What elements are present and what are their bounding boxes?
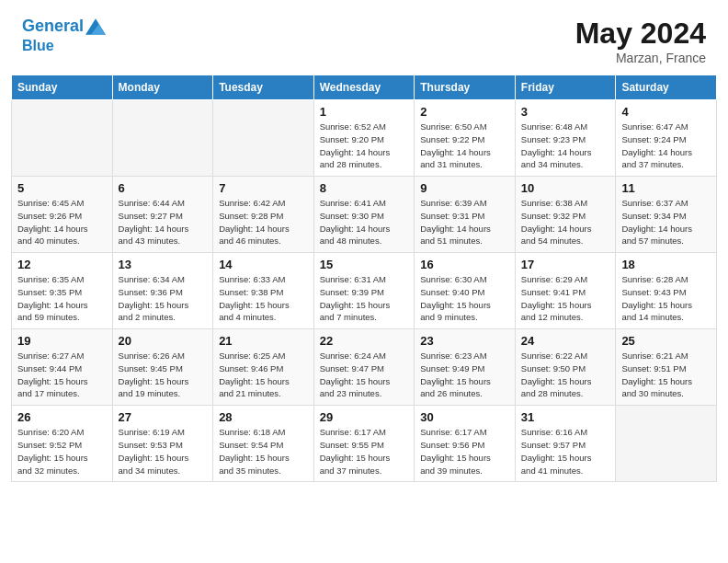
day-number: 24 <box>521 334 610 348</box>
calendar-body: 1Sunrise: 6:52 AM Sunset: 9:20 PM Daylig… <box>12 100 717 482</box>
day-info: Sunrise: 6:39 AM Sunset: 9:31 PM Dayligh… <box>420 197 509 247</box>
day-cell: 21Sunrise: 6:25 AM Sunset: 9:46 PM Dayli… <box>213 329 314 406</box>
day-info: Sunrise: 6:29 AM Sunset: 9:41 PM Dayligh… <box>521 273 610 324</box>
day-number: 27 <box>119 410 208 424</box>
day-cell: 12Sunrise: 6:35 AM Sunset: 9:35 PM Dayli… <box>12 253 113 329</box>
day-info: Sunrise: 6:27 AM Sunset: 9:44 PM Dayligh… <box>17 350 107 400</box>
day-number: 16 <box>420 258 509 271</box>
day-info: Sunrise: 6:28 AM Sunset: 9:43 PM Dayligh… <box>621 273 711 324</box>
day-number: 29 <box>320 410 409 424</box>
day-info: Sunrise: 6:23 AM Sunset: 9:49 PM Dayligh… <box>420 350 509 400</box>
day-info: Sunrise: 6:41 AM Sunset: 9:30 PM Dayligh… <box>320 197 409 247</box>
day-cell <box>112 100 213 177</box>
day-number: 23 <box>420 334 509 348</box>
day-number: 13 <box>119 258 208 271</box>
day-number: 20 <box>119 334 208 348</box>
day-info: Sunrise: 6:44 AM Sunset: 9:27 PM Dayligh… <box>119 197 208 247</box>
day-number: 21 <box>219 334 308 348</box>
day-info: Sunrise: 6:17 AM Sunset: 9:55 PM Dayligh… <box>320 426 409 477</box>
logo-icon <box>85 17 106 37</box>
day-cell: 7Sunrise: 6:42 AM Sunset: 9:28 PM Daylig… <box>213 177 314 253</box>
day-cell: 19Sunrise: 6:27 AM Sunset: 9:44 PM Dayli… <box>12 329 113 406</box>
day-cell: 6Sunrise: 6:44 AM Sunset: 9:27 PM Daylig… <box>112 177 213 253</box>
day-number: 26 <box>17 410 107 424</box>
day-cell: 28Sunrise: 6:18 AM Sunset: 9:54 PM Dayli… <box>213 406 314 482</box>
day-number: 11 <box>621 181 711 195</box>
calendar-table: SundayMondayTuesdayWednesdayThursdayFrid… <box>11 75 717 482</box>
day-number: 31 <box>521 410 610 424</box>
day-number: 17 <box>521 258 610 271</box>
week-row-3: 12Sunrise: 6:35 AM Sunset: 9:35 PM Dayli… <box>12 253 717 329</box>
day-info: Sunrise: 6:52 AM Sunset: 9:20 PM Dayligh… <box>320 121 409 171</box>
week-row-5: 26Sunrise: 6:20 AM Sunset: 9:52 PM Dayli… <box>12 406 717 482</box>
day-number: 12 <box>17 258 107 271</box>
week-row-1: 1Sunrise: 6:52 AM Sunset: 9:20 PM Daylig… <box>12 100 717 177</box>
day-number: 18 <box>621 258 711 271</box>
day-header-monday: Monday <box>112 75 213 100</box>
day-info: Sunrise: 6:37 AM Sunset: 9:34 PM Dayligh… <box>621 197 711 247</box>
day-number: 2 <box>420 105 509 119</box>
day-number: 22 <box>320 334 409 348</box>
title-block: May 2024 Marzan, France <box>575 17 706 65</box>
logo-blue: Blue <box>22 37 106 54</box>
day-info: Sunrise: 6:26 AM Sunset: 9:45 PM Dayligh… <box>119 350 208 400</box>
week-row-4: 19Sunrise: 6:27 AM Sunset: 9:44 PM Dayli… <box>12 329 717 406</box>
day-info: Sunrise: 6:20 AM Sunset: 9:52 PM Dayligh… <box>17 426 107 477</box>
day-cell: 10Sunrise: 6:38 AM Sunset: 9:32 PM Dayli… <box>515 177 616 253</box>
day-number: 3 <box>521 105 610 119</box>
day-cell: 20Sunrise: 6:26 AM Sunset: 9:45 PM Dayli… <box>112 329 213 406</box>
day-header-thursday: Thursday <box>415 75 516 100</box>
day-cell: 11Sunrise: 6:37 AM Sunset: 9:34 PM Dayli… <box>616 177 717 253</box>
day-cell: 26Sunrise: 6:20 AM Sunset: 9:52 PM Dayli… <box>12 406 113 482</box>
day-number: 9 <box>420 181 509 195</box>
day-info: Sunrise: 6:16 AM Sunset: 9:57 PM Dayligh… <box>521 426 610 477</box>
day-number: 7 <box>219 181 308 195</box>
day-number: 5 <box>17 181 107 195</box>
day-cell: 17Sunrise: 6:29 AM Sunset: 9:41 PM Dayli… <box>515 253 616 329</box>
day-header-saturday: Saturday <box>616 75 717 100</box>
day-cell: 24Sunrise: 6:22 AM Sunset: 9:50 PM Dayli… <box>515 329 616 406</box>
day-cell: 9Sunrise: 6:39 AM Sunset: 9:31 PM Daylig… <box>415 177 516 253</box>
day-info: Sunrise: 6:45 AM Sunset: 9:26 PM Dayligh… <box>17 197 107 247</box>
day-header-friday: Friday <box>515 75 616 100</box>
day-number: 14 <box>219 258 308 271</box>
day-cell: 27Sunrise: 6:19 AM Sunset: 9:53 PM Dayli… <box>112 406 213 482</box>
day-cell: 5Sunrise: 6:45 AM Sunset: 9:26 PM Daylig… <box>12 177 113 253</box>
day-info: Sunrise: 6:30 AM Sunset: 9:40 PM Dayligh… <box>420 273 509 324</box>
day-cell <box>213 100 314 177</box>
day-info: Sunrise: 6:21 AM Sunset: 9:51 PM Dayligh… <box>621 350 711 400</box>
day-cell: 3Sunrise: 6:48 AM Sunset: 9:23 PM Daylig… <box>515 100 616 177</box>
day-number: 8 <box>320 181 409 195</box>
day-number: 30 <box>420 410 509 424</box>
location: Marzan, France <box>575 51 706 65</box>
calendar-container: SundayMondayTuesdayWednesdayThursdayFrid… <box>0 75 728 493</box>
day-info: Sunrise: 6:35 AM Sunset: 9:35 PM Dayligh… <box>17 273 107 324</box>
day-cell: 23Sunrise: 6:23 AM Sunset: 9:49 PM Dayli… <box>415 329 516 406</box>
day-info: Sunrise: 6:18 AM Sunset: 9:54 PM Dayligh… <box>219 426 308 477</box>
day-cell: 14Sunrise: 6:33 AM Sunset: 9:38 PM Dayli… <box>213 253 314 329</box>
day-cell: 22Sunrise: 6:24 AM Sunset: 9:47 PM Dayli… <box>313 329 415 406</box>
day-cell: 2Sunrise: 6:50 AM Sunset: 9:22 PM Daylig… <box>415 100 516 177</box>
day-number: 6 <box>119 181 208 195</box>
day-cell: 4Sunrise: 6:47 AM Sunset: 9:24 PM Daylig… <box>616 100 717 177</box>
day-info: Sunrise: 6:50 AM Sunset: 9:22 PM Dayligh… <box>420 121 509 171</box>
day-header-wednesday: Wednesday <box>313 75 415 100</box>
day-header-sunday: Sunday <box>12 75 113 100</box>
day-info: Sunrise: 6:22 AM Sunset: 9:50 PM Dayligh… <box>521 350 610 400</box>
day-info: Sunrise: 6:42 AM Sunset: 9:28 PM Dayligh… <box>219 197 308 247</box>
day-cell <box>12 100 113 177</box>
day-info: Sunrise: 6:47 AM Sunset: 9:24 PM Dayligh… <box>621 121 711 171</box>
day-number: 19 <box>17 334 107 348</box>
day-info: Sunrise: 6:38 AM Sunset: 9:32 PM Dayligh… <box>521 197 610 247</box>
day-cell: 16Sunrise: 6:30 AM Sunset: 9:40 PM Dayli… <box>415 253 516 329</box>
calendar-header: SundayMondayTuesdayWednesdayThursdayFrid… <box>12 75 717 100</box>
week-row-2: 5Sunrise: 6:45 AM Sunset: 9:26 PM Daylig… <box>12 177 717 253</box>
day-cell: 30Sunrise: 6:17 AM Sunset: 9:56 PM Dayli… <box>415 406 516 482</box>
day-cell: 29Sunrise: 6:17 AM Sunset: 9:55 PM Dayli… <box>313 406 415 482</box>
day-info: Sunrise: 6:48 AM Sunset: 9:23 PM Dayligh… <box>521 121 610 171</box>
day-info: Sunrise: 6:24 AM Sunset: 9:47 PM Dayligh… <box>320 350 409 400</box>
day-number: 1 <box>320 105 409 119</box>
day-header-tuesday: Tuesday <box>213 75 314 100</box>
day-info: Sunrise: 6:17 AM Sunset: 9:56 PM Dayligh… <box>420 426 509 477</box>
day-info: Sunrise: 6:33 AM Sunset: 9:38 PM Dayligh… <box>219 273 308 324</box>
